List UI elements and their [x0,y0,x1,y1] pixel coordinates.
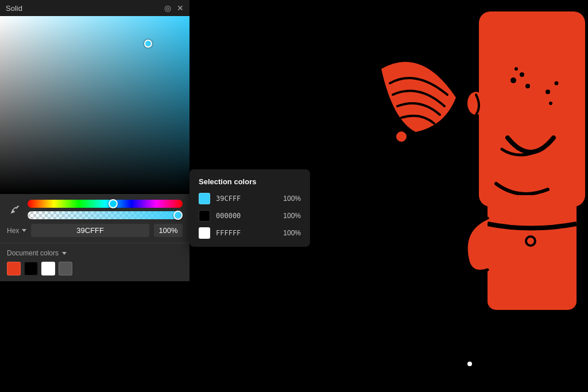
selection-color-entry-black: 000000 100% [199,210,301,222]
hue-handle[interactable] [109,199,118,208]
selection-color-entry-white: FFFFFF 100% [199,227,301,239]
selection-swatch-cyan[interactable] [199,193,210,204]
hex-label[interactable]: Hex [7,227,26,235]
selection-hex-black: 000000 [216,212,277,220]
swatch-red[interactable] [7,262,21,275]
selection-opacity-black: 100% [283,212,301,220]
svg-point-5 [546,90,550,94]
svg-rect-0 [479,11,585,207]
color-swatches [7,262,183,275]
popup-title: Selection colors [199,177,301,186]
hex-input[interactable] [31,224,149,237]
selection-opacity-cyan: 100% [283,195,301,203]
picker-handle[interactable] [144,40,152,48]
svg-point-7 [549,102,552,105]
selection-color-entry-cyan: 39CFFF 100% [199,193,301,204]
selection-opacity-white: 100% [283,229,301,237]
doc-colors-chevron [62,252,67,255]
svg-rect-9 [488,195,577,310]
color-panel: Solid ◎ ✕ [0,0,189,281]
opacity-handle[interactable] [173,211,183,220]
svg-point-1 [510,77,516,83]
selection-swatch-white[interactable] [199,227,210,239]
svg-point-3 [514,67,518,71]
swatch-black[interactable] [24,262,38,275]
selection-hex-cyan: 39CFFF [216,195,277,203]
document-colors-label: Document colors [7,249,59,257]
hex-dropdown-chevron [22,229,26,232]
selection-colors-popup: Selection colors 39CFFF 100% 000000 100%… [189,169,310,247]
dropper-icon[interactable]: ◎ [164,3,171,13]
opacity-input[interactable] [154,224,183,237]
swatch-white[interactable] [41,262,55,275]
opacity-slider[interactable] [28,211,183,219]
panel-title: Solid [6,4,161,13]
controls-section: Hex [0,194,189,243]
document-colors-section: Document colors [0,243,189,281]
header-icons: ◎ ✕ [164,3,184,13]
svg-point-14 [13,211,14,213]
sliders-row [7,200,183,219]
hex-row: Hex [7,224,183,237]
canvas-area: Solid ◎ ✕ [0,0,588,392]
close-icon[interactable]: ✕ [177,3,184,13]
swatch-gray[interactable] [59,262,72,275]
svg-point-2 [520,72,524,77]
sliders-stack [28,200,183,219]
hue-slider[interactable] [28,200,183,208]
selection-swatch-black[interactable] [199,210,210,222]
svg-point-12 [467,362,472,366]
panel-header: Solid ◎ ✕ [0,0,189,16]
svg-point-11 [396,131,407,142]
eyedropper-button[interactable] [7,201,23,218]
selection-hex-white: FFFFFF [216,229,277,237]
svg-point-4 [525,84,530,88]
document-colors-header[interactable]: Document colors [7,249,183,257]
svg-point-6 [555,81,559,86]
gradient-picker[interactable] [0,16,189,194]
